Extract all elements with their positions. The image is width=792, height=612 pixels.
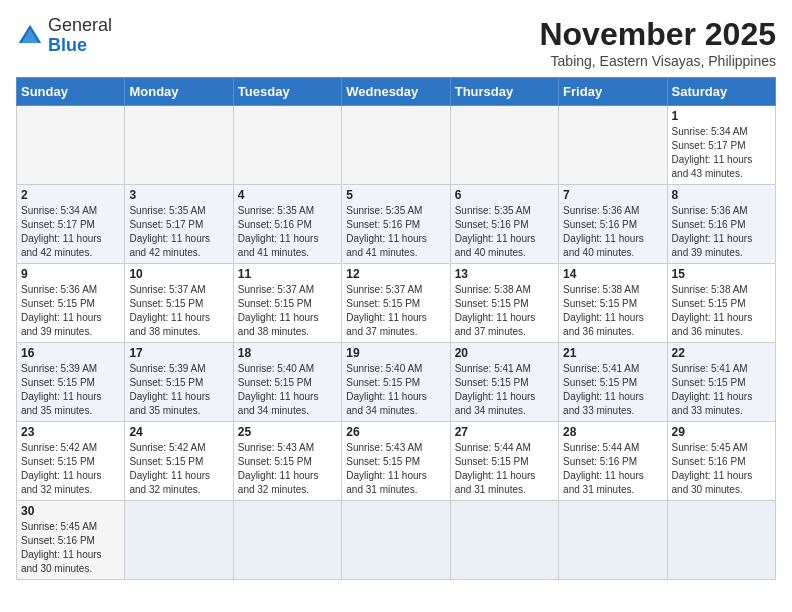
- day-number: 30: [21, 504, 120, 518]
- location-subtitle: Tabing, Eastern Visayas, Philippines: [539, 53, 776, 69]
- calendar-day-cell: 1Sunrise: 5:34 AM Sunset: 5:17 PM Daylig…: [667, 106, 775, 185]
- calendar-day-cell: 10Sunrise: 5:37 AM Sunset: 5:15 PM Dayli…: [125, 264, 233, 343]
- weekday-header-thursday: Thursday: [450, 78, 558, 106]
- day-number: 24: [129, 425, 228, 439]
- day-info: Sunrise: 5:40 AM Sunset: 5:15 PM Dayligh…: [238, 362, 337, 418]
- calendar-day-cell: 7Sunrise: 5:36 AM Sunset: 5:16 PM Daylig…: [559, 185, 667, 264]
- day-info: Sunrise: 5:45 AM Sunset: 5:16 PM Dayligh…: [21, 520, 120, 576]
- calendar-day-cell: 6Sunrise: 5:35 AM Sunset: 5:16 PM Daylig…: [450, 185, 558, 264]
- day-number: 18: [238, 346, 337, 360]
- calendar-day-cell: 2Sunrise: 5:34 AM Sunset: 5:17 PM Daylig…: [17, 185, 125, 264]
- day-number: 16: [21, 346, 120, 360]
- day-info: Sunrise: 5:45 AM Sunset: 5:16 PM Dayligh…: [672, 441, 771, 497]
- day-info: Sunrise: 5:41 AM Sunset: 5:15 PM Dayligh…: [455, 362, 554, 418]
- calendar-week-row: 30Sunrise: 5:45 AM Sunset: 5:16 PM Dayli…: [17, 501, 776, 580]
- day-info: Sunrise: 5:36 AM Sunset: 5:16 PM Dayligh…: [672, 204, 771, 260]
- calendar-day-cell: 5Sunrise: 5:35 AM Sunset: 5:16 PM Daylig…: [342, 185, 450, 264]
- calendar-day-cell: 15Sunrise: 5:38 AM Sunset: 5:15 PM Dayli…: [667, 264, 775, 343]
- calendar-day-cell: 13Sunrise: 5:38 AM Sunset: 5:15 PM Dayli…: [450, 264, 558, 343]
- day-info: Sunrise: 5:35 AM Sunset: 5:17 PM Dayligh…: [129, 204, 228, 260]
- calendar-day-cell: [342, 501, 450, 580]
- day-info: Sunrise: 5:42 AM Sunset: 5:15 PM Dayligh…: [21, 441, 120, 497]
- day-number: 15: [672, 267, 771, 281]
- calendar-day-cell: 26Sunrise: 5:43 AM Sunset: 5:15 PM Dayli…: [342, 422, 450, 501]
- day-info: Sunrise: 5:35 AM Sunset: 5:16 PM Dayligh…: [455, 204, 554, 260]
- day-info: Sunrise: 5:44 AM Sunset: 5:15 PM Dayligh…: [455, 441, 554, 497]
- calendar-day-cell: 29Sunrise: 5:45 AM Sunset: 5:16 PM Dayli…: [667, 422, 775, 501]
- day-number: 7: [563, 188, 662, 202]
- calendar-day-cell: 28Sunrise: 5:44 AM Sunset: 5:16 PM Dayli…: [559, 422, 667, 501]
- calendar-week-row: 1Sunrise: 5:34 AM Sunset: 5:17 PM Daylig…: [17, 106, 776, 185]
- day-number: 1: [672, 109, 771, 123]
- day-number: 6: [455, 188, 554, 202]
- calendar-day-cell: [559, 106, 667, 185]
- calendar-week-row: 16Sunrise: 5:39 AM Sunset: 5:15 PM Dayli…: [17, 343, 776, 422]
- day-number: 26: [346, 425, 445, 439]
- calendar-day-cell: [125, 106, 233, 185]
- calendar-table: SundayMondayTuesdayWednesdayThursdayFrid…: [16, 77, 776, 580]
- day-info: Sunrise: 5:41 AM Sunset: 5:15 PM Dayligh…: [672, 362, 771, 418]
- day-info: Sunrise: 5:39 AM Sunset: 5:15 PM Dayligh…: [129, 362, 228, 418]
- day-number: 20: [455, 346, 554, 360]
- day-number: 21: [563, 346, 662, 360]
- weekday-header-monday: Monday: [125, 78, 233, 106]
- weekday-header-tuesday: Tuesday: [233, 78, 341, 106]
- day-info: Sunrise: 5:38 AM Sunset: 5:15 PM Dayligh…: [672, 283, 771, 339]
- calendar-day-cell: 25Sunrise: 5:43 AM Sunset: 5:15 PM Dayli…: [233, 422, 341, 501]
- calendar-day-cell: 19Sunrise: 5:40 AM Sunset: 5:15 PM Dayli…: [342, 343, 450, 422]
- calendar-day-cell: 4Sunrise: 5:35 AM Sunset: 5:16 PM Daylig…: [233, 185, 341, 264]
- day-number: 8: [672, 188, 771, 202]
- calendar-day-cell: 14Sunrise: 5:38 AM Sunset: 5:15 PM Dayli…: [559, 264, 667, 343]
- calendar-day-cell: 11Sunrise: 5:37 AM Sunset: 5:15 PM Dayli…: [233, 264, 341, 343]
- calendar-day-cell: [233, 501, 341, 580]
- calendar-day-cell: 9Sunrise: 5:36 AM Sunset: 5:15 PM Daylig…: [17, 264, 125, 343]
- day-info: Sunrise: 5:36 AM Sunset: 5:15 PM Dayligh…: [21, 283, 120, 339]
- day-number: 4: [238, 188, 337, 202]
- weekday-header-friday: Friday: [559, 78, 667, 106]
- weekday-header-sunday: Sunday: [17, 78, 125, 106]
- day-number: 23: [21, 425, 120, 439]
- day-info: Sunrise: 5:43 AM Sunset: 5:15 PM Dayligh…: [238, 441, 337, 497]
- calendar-day-cell: 22Sunrise: 5:41 AM Sunset: 5:15 PM Dayli…: [667, 343, 775, 422]
- day-info: Sunrise: 5:38 AM Sunset: 5:15 PM Dayligh…: [563, 283, 662, 339]
- title-block: November 2025 Tabing, Eastern Visayas, P…: [539, 16, 776, 69]
- calendar-day-cell: [342, 106, 450, 185]
- day-number: 9: [21, 267, 120, 281]
- day-info: Sunrise: 5:34 AM Sunset: 5:17 PM Dayligh…: [672, 125, 771, 181]
- day-number: 19: [346, 346, 445, 360]
- weekday-header-wednesday: Wednesday: [342, 78, 450, 106]
- page-header: General Blue November 2025 Tabing, Easte…: [16, 16, 776, 69]
- day-info: Sunrise: 5:39 AM Sunset: 5:15 PM Dayligh…: [21, 362, 120, 418]
- calendar-day-cell: 3Sunrise: 5:35 AM Sunset: 5:17 PM Daylig…: [125, 185, 233, 264]
- day-info: Sunrise: 5:34 AM Sunset: 5:17 PM Dayligh…: [21, 204, 120, 260]
- logo: General Blue: [16, 16, 112, 56]
- logo-text: General Blue: [48, 16, 112, 56]
- calendar-day-cell: 12Sunrise: 5:37 AM Sunset: 5:15 PM Dayli…: [342, 264, 450, 343]
- month-title: November 2025: [539, 16, 776, 53]
- calendar-day-cell: [450, 501, 558, 580]
- day-info: Sunrise: 5:41 AM Sunset: 5:15 PM Dayligh…: [563, 362, 662, 418]
- day-number: 13: [455, 267, 554, 281]
- day-info: Sunrise: 5:42 AM Sunset: 5:15 PM Dayligh…: [129, 441, 228, 497]
- weekday-header-row: SundayMondayTuesdayWednesdayThursdayFrid…: [17, 78, 776, 106]
- day-number: 14: [563, 267, 662, 281]
- calendar-day-cell: 30Sunrise: 5:45 AM Sunset: 5:16 PM Dayli…: [17, 501, 125, 580]
- calendar-day-cell: 21Sunrise: 5:41 AM Sunset: 5:15 PM Dayli…: [559, 343, 667, 422]
- calendar-day-cell: 18Sunrise: 5:40 AM Sunset: 5:15 PM Dayli…: [233, 343, 341, 422]
- day-info: Sunrise: 5:36 AM Sunset: 5:16 PM Dayligh…: [563, 204, 662, 260]
- day-number: 27: [455, 425, 554, 439]
- day-info: Sunrise: 5:37 AM Sunset: 5:15 PM Dayligh…: [129, 283, 228, 339]
- day-info: Sunrise: 5:44 AM Sunset: 5:16 PM Dayligh…: [563, 441, 662, 497]
- day-number: 22: [672, 346, 771, 360]
- calendar-day-cell: 27Sunrise: 5:44 AM Sunset: 5:15 PM Dayli…: [450, 422, 558, 501]
- weekday-header-saturday: Saturday: [667, 78, 775, 106]
- calendar-day-cell: [233, 106, 341, 185]
- day-number: 17: [129, 346, 228, 360]
- calendar-day-cell: [559, 501, 667, 580]
- calendar-week-row: 23Sunrise: 5:42 AM Sunset: 5:15 PM Dayli…: [17, 422, 776, 501]
- calendar-day-cell: 8Sunrise: 5:36 AM Sunset: 5:16 PM Daylig…: [667, 185, 775, 264]
- calendar-day-cell: [17, 106, 125, 185]
- day-info: Sunrise: 5:40 AM Sunset: 5:15 PM Dayligh…: [346, 362, 445, 418]
- day-info: Sunrise: 5:35 AM Sunset: 5:16 PM Dayligh…: [238, 204, 337, 260]
- day-number: 12: [346, 267, 445, 281]
